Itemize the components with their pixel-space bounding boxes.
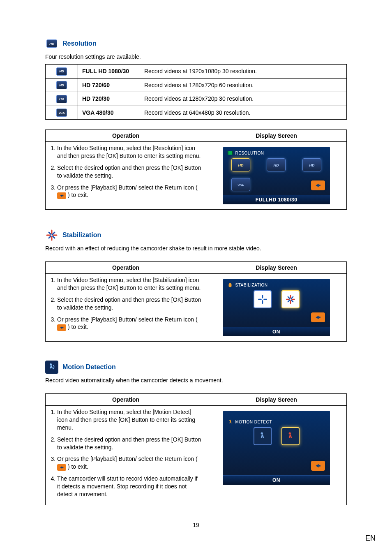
return-icon <box>57 192 66 199</box>
stabilization-icon <box>45 229 58 242</box>
resolution-icon: HD <box>45 37 58 50</box>
operation-cell: In the Video Setting menu, select the [R… <box>46 142 206 210</box>
display-screen-header: Display Screen <box>206 394 347 406</box>
svg-rect-9 <box>318 317 320 318</box>
display-screen-cell: MOTION DETECT <box>206 406 347 505</box>
step-3-text-a: Or press the [Playback] Button/ select t… <box>57 184 198 191</box>
display-screen-header: Display Screen <box>206 262 347 274</box>
screen-return-button[interactable] <box>311 461 325 471</box>
resolution-title: Resolution <box>62 40 97 47</box>
operation-header: Operation <box>46 262 206 274</box>
screen-footer: FULLHD 1080/30 <box>223 195 330 204</box>
res-row-name: HD 720/30 <box>78 92 140 106</box>
svg-point-14 <box>288 432 291 434</box>
res-row-icon: HD <box>46 65 78 79</box>
stabilization-op-table: Operation Display Screen In the Video Se… <box>45 261 347 342</box>
stabilization-intro: Record with an effect of reducing the ca… <box>45 245 347 252</box>
motion-screen: MOTION DETECT <box>223 411 330 485</box>
svg-text:VGA: VGA <box>238 184 244 187</box>
res-row-desc: Record videos at 1280x720p 30 resolution… <box>140 92 347 106</box>
step-4: The camcorder will start to record video… <box>57 475 202 498</box>
step-1: In the Video Setting menu, select the [M… <box>57 408 202 432</box>
step-3-text-b: ) to exit. <box>68 192 88 198</box>
res-row-desc: Record videos at 1280x720p 60 resolution… <box>140 78 347 92</box>
step-2: Select the desired option and then press… <box>57 296 202 312</box>
motion-op-table: Operation Display Screen In the Video Se… <box>45 393 347 505</box>
step-3-text-b: ) to exit. <box>68 324 88 330</box>
stabilization-screen: STABILIZATION <box>223 279 330 336</box>
svg-text:HD: HD <box>309 163 315 167</box>
step-3: Or press the [Playback] Button/ select t… <box>57 184 202 199</box>
screen-title: MOTION DETECT <box>235 420 272 424</box>
res-option-fullhd[interactable]: HD <box>231 158 250 171</box>
screen-return-button[interactable] <box>311 312 325 322</box>
table-row: HD HD 720/60 Record videos at 1280x720p … <box>46 78 347 92</box>
page-number: 19 <box>45 522 347 528</box>
motion-intro: Record video automatically when the camc… <box>45 377 347 384</box>
screen-footer: ON <box>223 327 330 336</box>
step-1: In the Video Setting menu, select the [R… <box>57 144 202 160</box>
resolution-intro: Four resolution settings are available. <box>45 53 347 60</box>
step-3-text-a: Or press the [Playback] Button/ select t… <box>57 316 198 323</box>
resolution-op-table: Operation Display Screen In the Video Se… <box>45 130 347 210</box>
step-3-text-a: Or press the [Playback] Button/ select t… <box>57 456 198 462</box>
svg-rect-7 <box>318 185 320 186</box>
film-icon <box>227 150 233 156</box>
operation-cell: In the Video Setting menu, select the [M… <box>46 406 206 505</box>
svg-rect-2 <box>232 151 233 155</box>
runner-icon <box>227 419 233 425</box>
resolution-section-header: HD Resolution <box>45 37 347 50</box>
res-option-vga[interactable]: VGA <box>231 178 250 191</box>
resolution-table: HD FULL HD 1080/30 Record videos at 1920… <box>45 64 347 120</box>
table-row: VGA VGA 480/30 Record videos at 640x480p… <box>46 106 347 120</box>
motion-icon <box>45 361 58 374</box>
svg-rect-1 <box>227 151 228 155</box>
res-row-icon: VGA <box>46 106 78 120</box>
operation-header: Operation <box>46 130 206 142</box>
step-2: Select the desired option and then press… <box>57 164 202 180</box>
stabilization-section-header: Stabilization <box>45 229 347 242</box>
res-row-icon: HD <box>46 92 78 106</box>
motion-option-off[interactable] <box>254 427 272 445</box>
svg-point-12 <box>229 420 231 421</box>
step-3: Or press the [Playback] Button/ select t… <box>57 455 202 471</box>
hand-icon <box>227 282 233 288</box>
display-screen-cell: STABILIZATION <box>206 274 347 342</box>
svg-text:HD: HD <box>274 163 279 167</box>
res-row-desc: Record videos at 640x480p 30 resolution. <box>140 106 347 120</box>
table-row: HD FULL HD 1080/30 Record videos at 1920… <box>46 65 347 79</box>
screen-title: RESOLUTION <box>235 151 264 155</box>
screen-title: STABILIZATION <box>235 283 268 287</box>
display-screen-cell: RESOLUTION HD HD HD VGA FULLHD 1080/30 <box>206 142 347 210</box>
motion-section-header: Motion Detection <box>45 361 347 374</box>
svg-rect-8 <box>62 327 63 328</box>
res-row-icon: HD <box>46 78 78 92</box>
stabilization-title: Stabilization <box>62 231 101 239</box>
svg-rect-11 <box>62 467 63 468</box>
svg-text:HD: HD <box>238 163 243 167</box>
res-row-name: VGA 480/30 <box>78 106 140 120</box>
table-row: HD HD 720/30 Record videos at 1280x720p … <box>46 92 347 106</box>
res-option-720-30[interactable]: HD <box>302 158 321 171</box>
screen-return-button[interactable] <box>311 180 325 190</box>
stabilization-option-off[interactable] <box>254 290 272 308</box>
operation-cell: In the Video Setting menu, select the [S… <box>46 274 206 342</box>
res-row-name: HD 720/60 <box>78 78 140 92</box>
svg-point-10 <box>50 363 52 365</box>
screen-footer: ON <box>223 475 330 485</box>
res-option-720-60[interactable]: HD <box>267 158 286 171</box>
display-screen-header: Display Screen <box>206 130 347 142</box>
resolution-screen: RESOLUTION HD HD HD VGA FULLHD 1080/30 <box>223 147 330 204</box>
svg-point-13 <box>261 432 263 434</box>
svg-rect-0 <box>227 151 232 155</box>
step-2: Select the desired option and then press… <box>57 436 202 451</box>
return-icon <box>57 464 66 471</box>
svg-rect-15 <box>318 465 320 466</box>
motion-option-on[interactable] <box>281 427 300 445</box>
res-row-desc: Record videos at 1920x1080p 30 resolutio… <box>140 65 347 79</box>
step-1: In the Video Setting menu, select the [S… <box>57 276 202 292</box>
step-3: Or press the [Playback] Button/ select t… <box>57 316 202 331</box>
stabilization-option-on[interactable] <box>281 290 300 308</box>
operation-header: Operation <box>46 394 206 406</box>
lang-label: EN <box>365 534 376 543</box>
